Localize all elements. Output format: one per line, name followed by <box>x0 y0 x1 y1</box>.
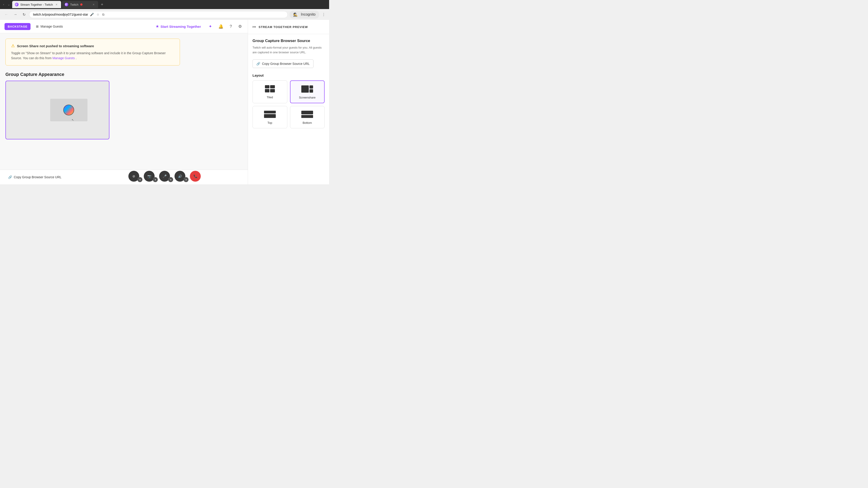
help-icon-btn[interactable]: ? <box>228 23 233 30</box>
layout-option-top[interactable]: Top <box>252 106 287 128</box>
volume-control: 🔊 ▾ <box>175 171 188 182</box>
capture-inner <box>50 99 88 121</box>
tab-2-title: Twitch <box>70 3 79 6</box>
right-panel: ↦ STREAM TOGETHER PREVIEW Group Capture … <box>248 20 329 184</box>
toolbar-left: BACKSTAGE ⊞ Manage Guests <box>4 23 66 30</box>
warning-box: ⚠ Screen Share not pushed to streaming s… <box>5 39 180 66</box>
mic-control: 🎤 ▾ <box>159 171 173 182</box>
link-icon: 🔗 <box>8 175 12 179</box>
copy-url-label: Copy Group Browser Source URL <box>14 175 61 179</box>
user-avatar <box>63 105 74 116</box>
settings-icon-btn[interactable]: ⚙ <box>237 23 243 30</box>
twitch-favicon-1 <box>15 3 19 6</box>
tab-stream-together[interactable]: Stream Together - Twitch × <box>12 1 61 8</box>
bottom-label: Bottom <box>303 121 312 125</box>
layout-option-tiled[interactable]: Tiled <box>252 80 287 103</box>
screen-share-control: ⊘ ▾ <box>128 171 143 182</box>
browser-view-icon[interactable]: ⧉ <box>102 13 104 17</box>
menu-icon[interactable]: ⋮ <box>321 11 327 18</box>
warning-icon: ⚠ <box>11 43 15 48</box>
layout-option-screenshare[interactable]: Screenshare <box>290 80 325 103</box>
url-bar[interactable]: twitch.tv/popout/moodjoy071/guest-star 🎤… <box>29 11 288 18</box>
screenshare-label: Screenshare <box>299 96 315 99</box>
manage-guests-icon: ⊞ <box>36 25 39 28</box>
twitch-favicon-2 <box>65 3 68 6</box>
capture-section-title: Group Capture Appearance <box>5 72 180 77</box>
start-streaming-label: Start Streaming Together <box>160 25 201 29</box>
layout-option-bottom[interactable]: Bottom <box>290 106 325 128</box>
tab-nav-back[interactable]: ‹ <box>2 2 5 7</box>
tab-bar: ‹ ⌄ Stream Together - Twitch × Twitch × … <box>0 0 329 9</box>
copy-url-button[interactable]: 🔗 Copy Group Browser Source URL <box>5 173 64 181</box>
tab-1-title: Stream Together - Twitch <box>20 3 53 6</box>
top-icon <box>263 110 277 119</box>
layout-grid: Tiled Screenshare <box>252 80 324 128</box>
mic-chevron[interactable]: ▾ <box>168 177 173 182</box>
warning-body: Toggle on "Show on Stream" to push it to… <box>11 51 174 61</box>
panel-section-desc: Twitch will auto-format your guests for … <box>252 45 324 55</box>
panel-body: Group Capture Browser Source Twitch will… <box>248 34 329 184</box>
end-call-control: 📞 <box>190 171 201 182</box>
refresh-button[interactable]: ↻ <box>21 11 27 18</box>
tab-twitch[interactable]: Twitch × <box>62 1 98 8</box>
panel-header-title: STREAM TOGETHER PREVIEW <box>258 25 308 29</box>
layout-section-title: Layout <box>252 73 324 77</box>
panel-header-icon: ↦ <box>252 24 256 29</box>
mic-icon[interactable]: 🎤 <box>90 13 94 16</box>
copy-icon: 🔗 <box>256 62 260 66</box>
url-text: twitch.tv/popout/moodjoy071/guest-star <box>33 13 88 16</box>
tab-nav-dropdown[interactable]: ⌄ <box>6 2 11 7</box>
tab-2-close[interactable]: × <box>92 2 95 7</box>
camera-chevron[interactable]: ▾ <box>153 177 158 182</box>
forward-button[interactable]: → <box>12 11 19 18</box>
copy-source-button[interactable]: 🔗 Copy Group Browser Source URL <box>252 59 313 68</box>
top-label: Top <box>268 121 272 125</box>
capture-preview: ↖ <box>5 80 110 139</box>
bottom-icon <box>301 110 314 119</box>
toolbar-right: ★ Start Streaming Together ✦ 🔔 ? ⚙ <box>153 23 243 30</box>
tiled-label: Tiled <box>267 96 273 99</box>
copy-source-label: Copy Group Browser Source URL <box>262 62 310 66</box>
notification-icon-btn[interactable]: 🔔 <box>217 23 225 30</box>
recording-dot <box>80 3 83 6</box>
top-toolbar: BACKSTAGE ⊞ Manage Guests ★ Start Stream… <box>0 20 248 33</box>
bookmark-icon[interactable]: ☆ <box>96 13 99 16</box>
manage-guests-link[interactable]: Manage Guests <box>53 56 75 60</box>
incognito-label: Incognito <box>300 11 316 18</box>
manage-guests-button[interactable]: ⊞ Manage Guests <box>33 23 66 30</box>
address-bar: ← → ↻ twitch.tv/popout/moodjoy071/guest-… <box>0 9 329 20</box>
tab-1-close[interactable]: × <box>55 2 58 7</box>
manage-guests-label: Manage Guests <box>40 25 63 28</box>
page-wrapper: BACKSTAGE ⊞ Manage Guests ★ Start Stream… <box>0 20 329 184</box>
url-bar-icons: 🎤 ☆ ⧉ <box>90 13 104 17</box>
warning-body-text-2: . <box>76 56 76 60</box>
browser-actions: 🕵 Incognito ⋮ <box>289 11 327 19</box>
warning-body-text-1: Toggle on "Show on Stream" to push it to… <box>11 51 166 60</box>
incognito-badge: 🕵 Incognito <box>289 11 319 19</box>
end-call-button[interactable]: 📞 <box>190 171 201 182</box>
screen-share-chevron[interactable]: ▾ <box>137 177 143 182</box>
warning-header: ⚠ Screen Share not pushed to streaming s… <box>11 43 174 48</box>
sparkle-icon-btn[interactable]: ✦ <box>207 23 213 30</box>
main-area: BACKSTAGE ⊞ Manage Guests ★ Start Stream… <box>0 20 248 184</box>
page-content: BACKSTAGE ⊞ Manage Guests ★ Start Stream… <box>0 20 329 184</box>
star-icon: ★ <box>156 24 159 29</box>
panel-section-title: Group Capture Browser Source <box>252 39 324 43</box>
content-scroll: ⚠ Screen Share not pushed to streaming s… <box>0 33 185 170</box>
warning-title: Screen Share not pushed to streaming sof… <box>17 44 94 48</box>
bottom-bar: 🔗 Copy Group Browser Source URL ⊘ ▾ 📷 ▾ <box>0 170 248 184</box>
new-tab-button[interactable]: + <box>99 2 105 7</box>
tiled-icon <box>263 84 277 93</box>
panel-header: ↦ STREAM TOGETHER PREVIEW <box>248 20 329 34</box>
backstage-button[interactable]: BACKSTAGE <box>4 23 31 30</box>
back-button[interactable]: ← <box>3 11 10 18</box>
start-streaming-button[interactable]: ★ Start Streaming Together <box>153 23 204 30</box>
cursor-indicator: ↖ <box>72 119 74 122</box>
camera-control: 📷 ▾ <box>144 171 158 182</box>
volume-chevron[interactable]: ▾ <box>184 177 188 182</box>
media-controls: ⊘ ▾ 📷 ▾ 🎤 ▾ 🔊 <box>128 171 201 182</box>
browser-chrome: ‹ ⌄ Stream Together - Twitch × Twitch × … <box>0 0 329 20</box>
incognito-icon: 🕵 <box>292 11 299 18</box>
screenshare-icon <box>301 85 314 94</box>
